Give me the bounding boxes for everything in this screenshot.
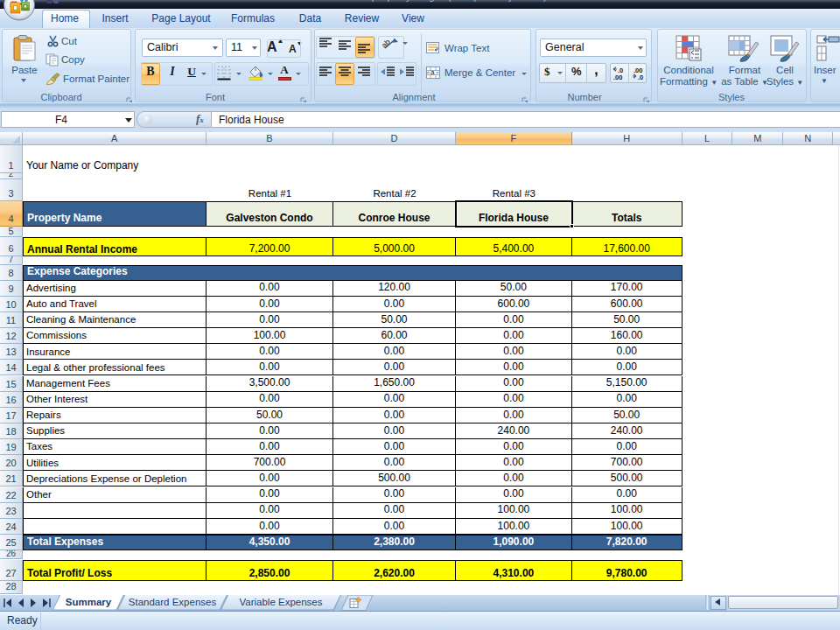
svg-text:ab: ab bbox=[382, 38, 392, 50]
svg-text:.00: .00 bbox=[613, 74, 622, 80]
svg-text:.0: .0 bbox=[638, 74, 643, 80]
svg-text:a: a bbox=[430, 68, 435, 76]
